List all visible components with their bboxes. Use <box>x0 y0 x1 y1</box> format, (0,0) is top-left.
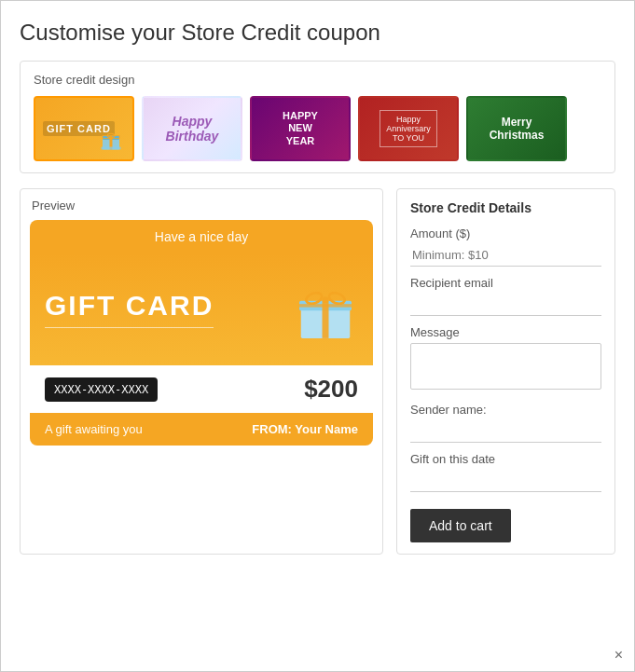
details-title: Store Credit Details <box>410 200 601 215</box>
gc-middle-section: GIFT CARD <box>30 254 373 365</box>
design-card-anniversary[interactable]: HappyAnniversaryTO YOU <box>358 96 459 161</box>
message-label: Message <box>410 325 601 339</box>
preview-box: Preview Have a nice day GIFT CARD <box>20 188 383 555</box>
message-textarea[interactable] <box>410 343 601 390</box>
gc-footer-right: FROM: Your Name <box>252 422 358 436</box>
message-textarea-wrapper <box>410 343 601 393</box>
giftcard-gift-icon <box>97 126 125 154</box>
design-card-christmas[interactable]: MerryChristmas <box>466 96 567 161</box>
modal-container: Customise your Store Credit coupon Store… <box>0 0 635 672</box>
gift-box-icon <box>293 279 358 344</box>
design-section: Store credit design GIFT CARD HappyBirth… <box>20 61 615 173</box>
design-cards-row: GIFT CARD HappyBirthday HAPPYNEWYEAR <box>34 96 601 161</box>
design-section-label: Store credit design <box>34 73 601 87</box>
christmas-label: MerryChristmas <box>490 116 545 143</box>
newyear-label: HAPPYNEWYEAR <box>283 110 318 147</box>
gift-date-label: Gift on this date <box>410 452 601 466</box>
gc-title-block: GIFT CARD <box>45 290 214 334</box>
amount-input[interactable] <box>410 244 601 267</box>
gift-date-field-group: Gift on this date <box>410 452 601 492</box>
preview-label: Preview <box>21 189 382 220</box>
svg-rect-10 <box>299 304 352 308</box>
amount-field-group: Amount ($) <box>410 226 601 267</box>
giftcard-preview: Have a nice day GIFT CARD <box>30 220 373 446</box>
design-card-giftcard[interactable]: GIFT CARD <box>34 96 134 161</box>
gc-title-text: GIFT CARD <box>45 290 214 322</box>
message-field-group: Message <box>410 325 601 393</box>
anniversary-label: HappyAnniversaryTO YOU <box>380 110 437 147</box>
recipient-email-input[interactable] <box>410 294 601 316</box>
bottom-row: Preview Have a nice day GIFT CARD <box>20 188 615 555</box>
gc-top-band: Have a nice day <box>30 220 373 254</box>
details-box: Store Credit Details Amount ($) Recipien… <box>396 188 615 555</box>
gc-top-message: Have a nice day <box>155 229 248 244</box>
design-card-newyear[interactable]: HAPPYNEWYEAR <box>250 96 351 161</box>
gc-divider <box>45 327 214 328</box>
amount-label: Amount ($) <box>410 226 601 240</box>
gc-footer: A gift awaiting you FROM: Your Name <box>30 413 373 446</box>
close-button[interactable]: × <box>614 647 623 664</box>
birthday-label: HappyBirthday <box>166 114 219 144</box>
gc-code-badge: XXXX-XXXX-XXXX <box>45 377 158 402</box>
recipient-field-group: Recipient email <box>410 276 601 316</box>
sender-field-group: Sender name: <box>410 403 601 443</box>
sender-label: Sender name: <box>410 403 601 417</box>
recipient-label: Recipient email <box>410 276 601 290</box>
gift-date-input[interactable] <box>410 470 601 492</box>
modal-title: Customise your Store Credit coupon <box>20 20 615 46</box>
svg-rect-5 <box>102 147 121 150</box>
gc-code-row: XXXX-XXXX-XXXX $200 <box>30 365 373 413</box>
svg-point-13 <box>323 296 329 303</box>
design-card-birthday[interactable]: HappyBirthday <box>142 96 242 161</box>
sender-name-input[interactable] <box>410 420 601 443</box>
add-to-cart-button[interactable]: Add to cart <box>410 509 511 542</box>
gc-amount: $200 <box>304 375 358 404</box>
gc-footer-left: A gift awaiting you <box>45 422 143 436</box>
